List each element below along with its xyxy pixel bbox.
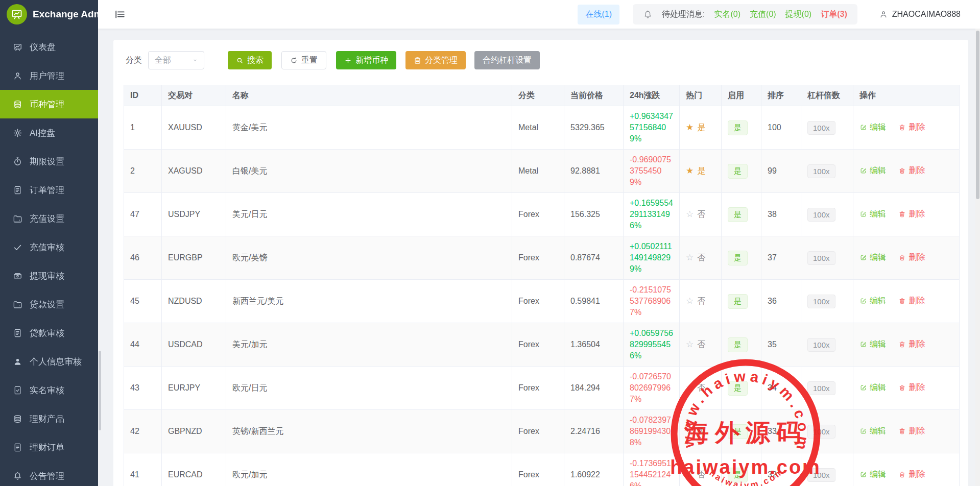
enabled-badge[interactable]: 是 [728, 424, 748, 439]
sidebar-item-withdraw-review[interactable]: 提现审核 [0, 261, 98, 290]
sidebar-item-kyc-review[interactable]: 实名审核 [0, 376, 98, 404]
sidebar-item-profile-review[interactable]: 个人信息审核 [0, 347, 98, 376]
sidebar-item-loan-review[interactable]: 贷款审核 [0, 319, 98, 347]
edit-button[interactable]: 编辑 [859, 296, 886, 306]
hot-star-icon[interactable]: ☆ [686, 209, 694, 219]
delete-button[interactable]: 删除 [898, 296, 925, 306]
edit-button[interactable]: 编辑 [859, 165, 886, 176]
cell-leverage: 100x [801, 453, 853, 486]
sidebar-item-users[interactable]: 用户管理 [0, 61, 98, 90]
hot-star-icon[interactable]: ☆ [686, 296, 694, 306]
cell-pair: EURGBP [162, 236, 226, 280]
hot-star-icon[interactable]: ☆ [686, 470, 694, 479]
cell-sort: 32 [761, 453, 801, 486]
hot-star-icon[interactable]: ☆ [686, 426, 694, 436]
enabled-badge[interactable]: 是 [728, 207, 748, 222]
bell-icon [643, 10, 653, 19]
sidebar-item-recharge-review[interactable]: 充值审核 [0, 233, 98, 261]
edit-icon [859, 254, 867, 261]
search-button[interactable]: 搜索 [228, 51, 272, 69]
cell-actions: 编辑 删除 [853, 453, 960, 486]
page-scrollbar[interactable] [975, 29, 980, 486]
edit-button[interactable]: 编辑 [859, 382, 886, 393]
delete-button[interactable]: 删除 [898, 382, 925, 393]
edit-icon [859, 167, 867, 175]
enabled-badge[interactable]: 是 [728, 294, 748, 309]
hot-star-icon[interactable]: ☆ [686, 383, 694, 393]
contract-leverage-button[interactable]: 合约杠杆设置 [474, 51, 540, 69]
delete-button[interactable]: 删除 [898, 122, 925, 133]
cell-hot: ☆否 [680, 410, 722, 453]
edit-button[interactable]: 编辑 [859, 339, 886, 350]
enabled-badge[interactable]: 是 [728, 164, 748, 179]
sidebar-item-ai-control[interactable]: AI控盘 [0, 118, 98, 147]
sidebar-item-wealth-orders[interactable]: 理财订单 [0, 433, 98, 461]
leverage-badge: 100x [807, 251, 835, 265]
sidebar-item-loan-settings[interactable]: 贷款设置 [0, 290, 98, 319]
sidebar-item-label: 仪表盘 [30, 41, 56, 53]
category-manage-button[interactable]: 分类管理 [405, 51, 466, 69]
delete-button[interactable]: 删除 [898, 165, 925, 176]
delete-button[interactable]: 删除 [898, 339, 925, 350]
doc-icon [13, 185, 22, 195]
money-icon [13, 271, 22, 281]
cell-category: Forex [512, 410, 564, 453]
edit-icon [859, 124, 867, 131]
cell-actions: 编辑 删除 [853, 236, 960, 280]
enabled-badge[interactable]: 是 [728, 120, 748, 135]
reset-button[interactable]: 重置 [281, 51, 326, 69]
enabled-badge[interactable]: 是 [728, 251, 748, 265]
add-coin-button[interactable]: 新增币种 [336, 51, 396, 69]
edit-button[interactable]: 编辑 [859, 426, 886, 436]
enabled-badge[interactable]: 是 [728, 381, 748, 396]
cell-actions: 编辑 删除 [853, 410, 960, 453]
coins-icon [13, 100, 22, 109]
user-menu[interactable]: ZHAOCAIMAO888 [879, 10, 961, 19]
online-users-badge[interactable]: 在线(1) [578, 5, 619, 25]
delete-button[interactable]: 删除 [898, 426, 925, 436]
sidebar-item-term-settings[interactable]: 期限设置 [0, 147, 98, 176]
sidebar-item-wealth-products[interactable]: 理财产品 [0, 404, 98, 433]
sidebar-item-coins[interactable]: 币种管理 [0, 90, 98, 118]
sidebar-collapse-button[interactable] [114, 9, 126, 20]
sidebar-scrollbar-thumb[interactable] [99, 351, 101, 430]
hot-label: 否 [697, 210, 705, 218]
cell-id: 46 [124, 236, 162, 280]
category-select[interactable]: 全部 [148, 51, 204, 69]
pending-link-recharge[interactable]: 充值(0) [750, 9, 776, 20]
sidebar-item-announcements[interactable]: 公告管理 [0, 461, 98, 486]
edit-button-label: 编辑 [870, 209, 886, 220]
delete-button[interactable]: 删除 [898, 252, 925, 263]
cell-hot: ☆否 [680, 280, 722, 323]
sidebar-item-order-manage[interactable]: 订单管理 [0, 176, 98, 204]
edit-icon [859, 471, 867, 478]
table-row: 2 XAGUSD 白银/美元 Metal 92.8881 -0.96900753… [124, 150, 960, 193]
leverage-badge: 100x [807, 121, 835, 135]
hot-star-icon[interactable]: ☆ [686, 339, 694, 349]
person-icon [13, 357, 22, 367]
enabled-badge[interactable]: 是 [728, 468, 748, 482]
edit-button-label: 编辑 [870, 122, 886, 133]
hot-star-icon[interactable]: ★ [686, 166, 694, 176]
edit-button[interactable]: 编辑 [859, 122, 886, 133]
sidebar-item-recharge-set[interactable]: 充值设置 [0, 204, 98, 233]
edit-button[interactable]: 编辑 [859, 209, 886, 220]
sidebar-item-dashboard[interactable]: 仪表盘 [0, 33, 98, 61]
delete-icon [898, 124, 906, 131]
main-content: 分类 全部 搜索 重置 新增币种 分类管理 合约杠杆设置 [98, 29, 980, 486]
page-scrollbar-thumb[interactable] [976, 31, 979, 199]
pending-link-orders[interactable]: 订单(3) [821, 9, 847, 20]
edit-button[interactable]: 编辑 [859, 469, 886, 480]
delete-button[interactable]: 删除 [898, 469, 925, 480]
hot-label: 否 [697, 340, 705, 349]
cell-id: 47 [124, 193, 162, 236]
hot-star-icon[interactable]: ★ [686, 123, 694, 132]
delete-button[interactable]: 删除 [898, 209, 925, 220]
pending-link-kyc[interactable]: 实名(0) [714, 9, 740, 20]
edit-button[interactable]: 编辑 [859, 252, 886, 263]
enabled-badge[interactable]: 是 [728, 337, 748, 352]
cell-hot: ☆否 [680, 367, 722, 410]
delete-button-label: 删除 [909, 209, 925, 220]
pending-link-withdraw[interactable]: 提现(0) [785, 9, 812, 20]
hot-star-icon[interactable]: ☆ [686, 253, 694, 262]
